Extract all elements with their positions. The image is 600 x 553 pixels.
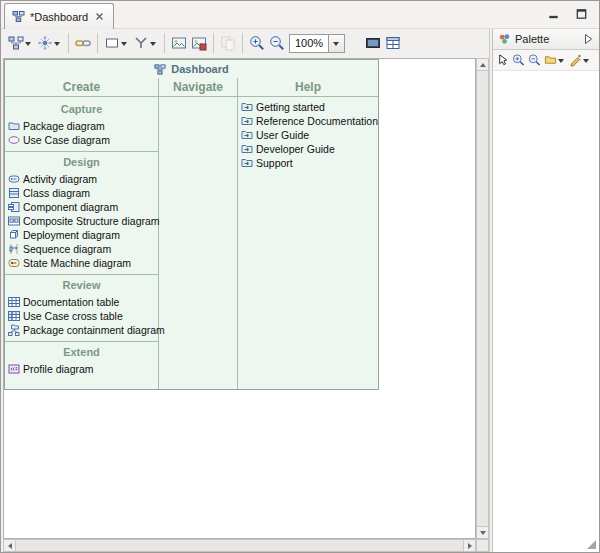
toolbar-separator <box>213 33 214 53</box>
palette-expand-icon[interactable] <box>581 33 594 46</box>
scroll-down-button[interactable] <box>477 527 488 538</box>
dashboard-panel[interactable]: Dashboard Create Capture Package diagram <box>4 59 379 390</box>
dashboard-item[interactable]: Class diagram <box>5 186 158 200</box>
dashboard-item[interactable]: State Machine diagram <box>5 256 158 270</box>
item-label: Composite Structure diagram <box>23 215 160 227</box>
dashboard-item[interactable]: Composite Structure diagram <box>5 214 158 228</box>
palette-icon <box>498 33 511 46</box>
close-icon[interactable] <box>93 10 106 23</box>
zoom-out-icon <box>269 35 285 51</box>
help-header: Help <box>238 78 378 97</box>
help-folder-icon <box>241 115 253 127</box>
editor-area: Dashboard Create Capture Package diagram <box>1 57 489 552</box>
zoom-out-button[interactable] <box>267 31 287 55</box>
scroll-left-button[interactable] <box>4 540 15 551</box>
tab-dashboard[interactable]: *Dashboard <box>4 3 114 29</box>
diagram-toolbar: 100% <box>1 29 489 57</box>
screenshot-button[interactable] <box>363 31 383 55</box>
dashboard-item[interactable]: Support <box>238 156 378 170</box>
selection-tool-button[interactable] <box>495 51 510 69</box>
overview-button[interactable] <box>383 31 403 55</box>
zoom-level-combo: 100% <box>289 34 345 53</box>
dashboard-item[interactable]: Getting started <box>238 100 378 114</box>
shape-button[interactable] <box>102 31 131 55</box>
deployment-diagram-icon <box>8 229 20 241</box>
toolbar-separator <box>97 33 98 53</box>
horizontal-scroll-thumb[interactable] <box>15 540 464 551</box>
dashboard-item[interactable]: Deployment diagram <box>5 228 158 242</box>
dashboard-item[interactable]: Component diagram <box>5 200 158 214</box>
diagram-canvas[interactable]: Dashboard Create Capture Package diagram <box>3 58 476 539</box>
draw-tool-button[interactable] <box>568 51 592 69</box>
zoom-level-dropdown-button[interactable] <box>329 34 345 53</box>
dashboard-tab-icon <box>12 10 25 23</box>
package-containment-diagram-icon <box>8 324 20 336</box>
section-divider <box>5 151 158 152</box>
item-label: Activity diagram <box>23 173 97 185</box>
chevron-down-icon <box>558 59 564 63</box>
toolbar-separator <box>242 33 243 53</box>
help-folder-icon <box>241 157 253 169</box>
copy-icon <box>220 35 236 51</box>
zoom-in-button[interactable] <box>247 31 267 55</box>
dashboard-item[interactable]: User Guide <box>238 128 378 142</box>
export-image-button[interactable] <box>169 31 189 55</box>
create-column: Create Capture Package diagram Use Case … <box>5 78 159 389</box>
resize-grip[interactable] <box>587 540 596 549</box>
align-merge-button[interactable] <box>131 31 160 55</box>
palette-header[interactable]: Palette <box>493 29 599 50</box>
help-folder-icon <box>241 143 253 155</box>
navigate-column: Navigate <box>159 78 238 389</box>
item-label: Deployment diagram <box>23 229 120 241</box>
export-image-2-button[interactable] <box>189 31 209 55</box>
item-label: Sequence diagram <box>23 243 111 255</box>
dashboard-item[interactable]: Sequence diagram <box>5 242 158 256</box>
note-tool-button[interactable] <box>543 51 567 69</box>
zoom-in-icon <box>249 35 265 51</box>
align-merge-icon <box>133 35 149 51</box>
vertical-scroll-thumb[interactable] <box>477 70 488 527</box>
create-body: Capture Package diagram Use Case diagram… <box>5 97 158 376</box>
view-buttons <box>545 6 589 22</box>
chevron-down-icon <box>333 42 339 46</box>
dashboard-title-label: Dashboard <box>171 63 228 75</box>
vertical-scrollbar[interactable] <box>476 58 489 539</box>
new-elements-button[interactable] <box>6 31 35 55</box>
link-button[interactable] <box>73 31 93 55</box>
zoom-level-input[interactable]: 100% <box>289 34 329 53</box>
review-section-header: Review <box>5 277 158 293</box>
shape-icon <box>104 35 120 51</box>
dashboard-item[interactable]: Package containment diagram <box>5 323 158 337</box>
dashboard-item[interactable]: Use Case diagram <box>5 133 158 147</box>
tab-title: *Dashboard <box>30 11 88 23</box>
use-case-cross-table-icon <box>8 310 20 322</box>
dashboard-columns: Create Capture Package diagram Use Case … <box>5 78 378 389</box>
item-label: State Machine diagram <box>23 257 131 269</box>
horizontal-scrollbar[interactable] <box>3 539 476 552</box>
scroll-right-button[interactable] <box>464 540 475 551</box>
export-image-icon <box>171 35 187 51</box>
maximize-button[interactable] <box>573 6 589 22</box>
dashboard-item[interactable]: Reference Documentation <box>238 114 378 128</box>
dashboard-item[interactable]: Package diagram <box>5 119 158 133</box>
state-machine-diagram-icon <box>8 257 20 269</box>
scroll-left-icon <box>8 543 12 549</box>
minimize-button[interactable] <box>545 6 561 22</box>
auto-style-button[interactable] <box>35 31 64 55</box>
dashboard-item[interactable]: Developer Guide <box>238 142 378 156</box>
screenshot-icon <box>365 35 381 51</box>
zoom-in-icon <box>512 54 525 67</box>
dashboard-item[interactable]: Profile diagram <box>5 362 158 376</box>
item-label: Profile diagram <box>23 363 94 375</box>
scroll-up-button[interactable] <box>477 59 488 70</box>
palette-zoom-out-button[interactable] <box>527 51 542 69</box>
palette-zoom-in-button[interactable] <box>511 51 526 69</box>
dashboard-item[interactable]: Use Case cross table <box>5 309 158 323</box>
dashboard-item[interactable]: Documentation table <box>5 295 158 309</box>
palette-toolbar <box>493 50 599 71</box>
profile-diagram-icon <box>8 363 20 375</box>
toolbar-separator <box>164 33 165 53</box>
chevron-down-icon <box>54 42 60 46</box>
dashboard-item[interactable]: Activity diagram <box>5 172 158 186</box>
zoom-out-icon <box>528 54 541 67</box>
